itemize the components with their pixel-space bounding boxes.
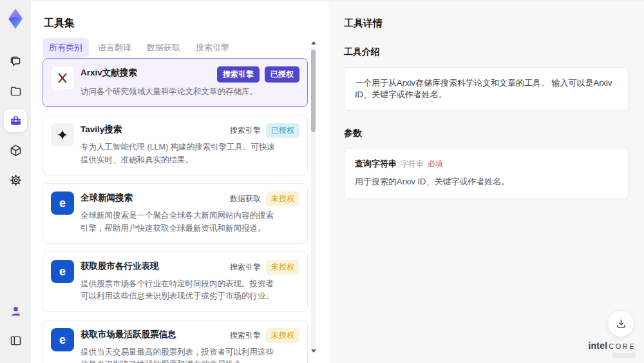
app-window: 工具集 所有类别 语言翻译 数据获取 搜索引擎	[0, 0, 644, 363]
brand-primary: intel	[588, 340, 607, 351]
category-badge: 搜索引擎	[230, 262, 261, 273]
chat-icon	[9, 55, 23, 68]
auth-status-badge: 已授权	[266, 123, 299, 138]
auth-status-badge: 已授权	[265, 66, 299, 83]
arxiv-icon	[55, 71, 70, 85]
tool-description: 提供股票市场各个行业在特定时间段内的表现。投资者可以利用这些信息来识别表现优于或…	[80, 278, 278, 303]
intro-heading: 工具介绍	[344, 46, 629, 58]
briefcase-icon	[9, 114, 23, 128]
tool-card[interactable]: e	[43, 183, 308, 244]
sidebar-item-collapse[interactable]	[4, 329, 27, 352]
category-tab[interactable]: 搜索引擎	[189, 38, 236, 57]
folder-icon	[9, 84, 23, 98]
news-logo-icon: e	[59, 266, 66, 277]
sidebar-item-settings[interactable]	[4, 168, 27, 191]
tool-card-body: Arxiv文献搜索 搜索引擎 已授权 访问各个研究领域大量科学论文和文章的存储库…	[80, 66, 299, 98]
tool-card[interactable]: e	[43, 251, 308, 312]
category-badge: 搜索引擎	[230, 125, 261, 136]
intro-text: 一个用于从Arxiv存储库搜索科学论文和文章的工具。 输入可以是Arxiv ID…	[355, 78, 612, 99]
tool-card[interactable]: e	[43, 320, 308, 363]
tool-name: Arxiv文献搜索	[80, 66, 137, 79]
cube-icon	[9, 144, 23, 157]
tool-icon: e	[51, 66, 74, 90]
sidebar-item-tools[interactable]	[4, 109, 27, 132]
auth-status-badge: 未授权	[266, 328, 299, 343]
app-logo-icon	[6, 8, 25, 30]
tool-badges: 搜索引擎 未授权	[230, 328, 299, 343]
tool-detail-panel: 工具详情 工具介绍 一个用于从Arxiv存储库搜索科学论文和文章的工具。 输入可…	[328, 1, 644, 363]
category-badge: 数据获取	[230, 193, 261, 204]
tool-badges: 数据获取 未授权	[230, 191, 299, 206]
tool-card-body: 获取市场最活跃股票信息 搜索引擎 未授权 提供当天交易量最高的股票列表，投资者可…	[80, 328, 299, 363]
download-button[interactable]	[607, 310, 634, 337]
auth-status-badge: 未授权	[266, 191, 299, 206]
intel-core-logo: intelcore	[588, 340, 636, 358]
param-description: 用于搜索的Arxiv ID、关键字或作者姓名。	[355, 176, 618, 188]
params-list: 查询字符串 字符串 必填 用于搜索的Arxiv ID、关键字或作者姓名。	[344, 148, 629, 199]
tool-list: e	[43, 58, 308, 363]
category-tab[interactable]: 所有类别	[43, 38, 89, 57]
sparkle-icon	[55, 128, 70, 142]
param-name: 查询字符串	[355, 158, 397, 170]
scrollbar-thumb[interactable]	[311, 50, 316, 132]
tool-icon: e	[51, 123, 74, 146]
scrollbar-up-arrow[interactable]	[311, 41, 316, 44]
tool-name: 全球新闻搜索	[80, 191, 133, 204]
intro-card: 一个用于从Arxiv存储库搜索科学论文和文章的工具。 输入可以是Arxiv ID…	[344, 67, 629, 111]
params-heading: 参数	[344, 128, 629, 139]
tool-icon: e	[51, 328, 74, 351]
category-tab[interactable]: 语言翻译	[91, 38, 138, 57]
tool-card-body: 获取股市各行业表现 搜索引擎 未授权 提供股票市场各个行业在特定时间段内的表现。…	[80, 260, 299, 303]
tool-card-body: Tavily搜索 搜索引擎 已授权 专为人工智能代理 (LLM) 构建的搜索引擎…	[80, 123, 299, 166]
user-icon	[9, 304, 23, 318]
tool-name: Tavily搜索	[80, 123, 122, 135]
download-icon	[615, 318, 627, 330]
sidebar-item-chat[interactable]	[4, 50, 27, 73]
icon-sidebar	[0, 1, 31, 363]
tool-name: 获取市场最活跃股票信息	[80, 328, 176, 340]
scrollbar-down-arrow[interactable]	[311, 349, 316, 353]
category-badge: 搜索引擎	[217, 66, 260, 83]
param-type: 字符串	[401, 159, 424, 170]
tool-icon: e	[51, 260, 74, 283]
param-required-flag: 必填	[428, 159, 443, 170]
category-tab[interactable]: 数据获取	[140, 38, 187, 57]
tool-list-panel: 工具集 所有类别 语言翻译 数据获取 搜索引擎	[31, 1, 328, 363]
tool-badges: 搜索引擎 已授权	[217, 66, 299, 83]
category-tabs: 所有类别 语言翻译 数据获取 搜索引擎	[43, 38, 236, 57]
param-card: 查询字符串 字符串 必填 用于搜索的Arxiv ID、关键字或作者姓名。	[344, 148, 629, 199]
sidebar-item-files[interactable]	[4, 79, 27, 103]
tool-badges: 搜索引擎 已授权	[230, 123, 299, 138]
sidebar-item-plugins[interactable]	[4, 139, 27, 162]
detail-title: 工具详情	[344, 17, 629, 30]
gear-icon	[9, 173, 23, 187]
tool-description: 访问各个研究领域大量科学论文和文章的存储库。	[80, 86, 278, 98]
brand-subtext-bar	[612, 353, 636, 358]
auth-status-badge: 未授权	[266, 260, 299, 275]
tool-card-body: 全球新闻搜索 数据获取 未授权 全球新闻搜索是一个聚合全球各大新闻网站内容的搜索…	[80, 191, 299, 235]
panel-toggle-icon	[9, 334, 23, 348]
news-logo-icon: e	[59, 334, 66, 346]
tool-name: 获取股市各行业表现	[80, 260, 159, 272]
page-title: 工具集	[44, 17, 75, 30]
news-logo-icon: e	[59, 197, 66, 209]
scrollbar[interactable]	[311, 41, 316, 353]
tool-description: 专为人工智能代理 (LLM) 构建的搜索引擎工具。可快速提供实时、准确和真实的结…	[80, 141, 278, 166]
tool-icon: e	[51, 191, 74, 215]
tool-description: 全球新闻搜索是一个聚合全球各大新闻网站内容的搜索引擎，帮助用户快速获取全球最新资…	[80, 210, 278, 235]
tool-description: 提供当天交易量最高的股票列表，投资者可以利用这些信息来识别流动性强的股票和潜在的…	[80, 346, 278, 363]
tool-badges: 搜索引擎 未授权	[230, 260, 299, 275]
tool-card[interactable]: e	[43, 115, 308, 175]
tool-card[interactable]: e	[43, 58, 308, 107]
sidebar-item-account[interactable]	[4, 299, 27, 322]
brand-secondary: core	[609, 342, 636, 350]
category-badge: 搜索引擎	[230, 330, 261, 341]
